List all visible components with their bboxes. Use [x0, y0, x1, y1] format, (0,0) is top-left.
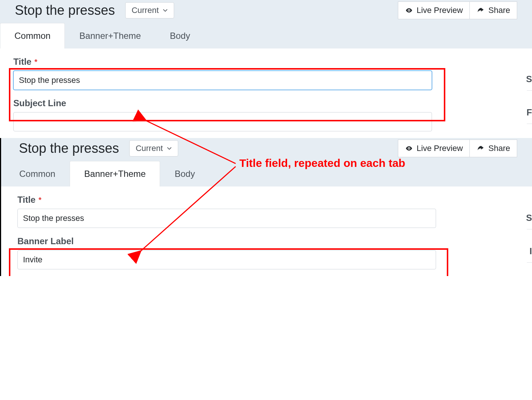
page-title: Stop the presses [15, 3, 115, 18]
panel-header: Stop the presses Current Live Preview Sh… [0, 0, 532, 23]
chevron-down-icon [163, 8, 168, 13]
share-button[interactable]: Share [470, 140, 517, 157]
tab-bar: Common Banner+Theme Body [0, 23, 532, 48]
live-preview-button[interactable]: Live Preview [398, 140, 470, 157]
version-dropdown-label: Current [132, 6, 159, 15]
share-label: Share [488, 6, 510, 15]
annotation-callout: Title field, repeated on each tab [239, 157, 405, 169]
side-letter: S [526, 213, 532, 223]
live-preview-label: Live Preview [417, 144, 463, 153]
side-divider [527, 124, 532, 124]
version-dropdown[interactable]: Current [129, 140, 178, 157]
tab-common[interactable]: Common [0, 23, 65, 48]
title-label-text: Title [17, 195, 36, 205]
title-group: Title * [17, 186, 519, 228]
subject-line-group: Subject Line [13, 90, 519, 131]
eye-icon [405, 145, 413, 152]
banner-label-input[interactable] [17, 250, 436, 269]
side-divider [527, 262, 532, 263]
chevron-down-icon [167, 146, 172, 151]
title-label: Title * [17, 195, 519, 205]
eye-icon [405, 7, 413, 14]
tab-body[interactable]: Body [155, 23, 205, 48]
subject-line-label: Subject Line [13, 98, 519, 108]
side-divider [527, 229, 532, 229]
title-label-text: Title [13, 57, 31, 67]
tab-common[interactable]: Common [5, 161, 70, 186]
side-letter: F [526, 107, 532, 118]
side-letter: S [526, 74, 532, 84]
banner-label-group: Banner Label [17, 228, 519, 269]
title-group: Title * [13, 48, 519, 90]
share-button[interactable]: Share [470, 1, 517, 19]
panel-common-view: Stop the presses Current Live Preview Sh… [0, 0, 532, 138]
title-input[interactable] [13, 71, 432, 90]
side-divider [527, 90, 532, 91]
version-dropdown[interactable]: Current [125, 2, 174, 19]
tab-banner-theme[interactable]: Banner+Theme [65, 23, 155, 48]
header-actions: Live Preview Share [398, 140, 517, 157]
tab-body[interactable]: Body [160, 161, 209, 186]
required-asterisk-icon: * [34, 58, 37, 65]
header-actions: Live Preview Share [398, 1, 517, 19]
share-arrow-icon [476, 145, 485, 152]
title-label: Title * [13, 57, 519, 67]
title-input[interactable] [17, 209, 436, 228]
form-area-banner-theme: Title * Banner Label [1, 186, 532, 276]
form-area-common: Title * Subject Line [0, 48, 532, 138]
subject-line-input[interactable] [13, 112, 432, 131]
version-dropdown-label: Current [136, 144, 163, 153]
tab-banner-theme[interactable]: Banner+Theme [70, 161, 160, 186]
live-preview-label: Live Preview [417, 6, 463, 15]
page-title: Stop the presses [19, 141, 119, 156]
share-arrow-icon [476, 7, 485, 14]
side-letter: I [529, 246, 532, 256]
banner-label-label: Banner Label [17, 236, 519, 246]
share-label: Share [488, 144, 510, 153]
live-preview-button[interactable]: Live Preview [398, 1, 470, 19]
required-asterisk-icon: * [39, 196, 41, 204]
